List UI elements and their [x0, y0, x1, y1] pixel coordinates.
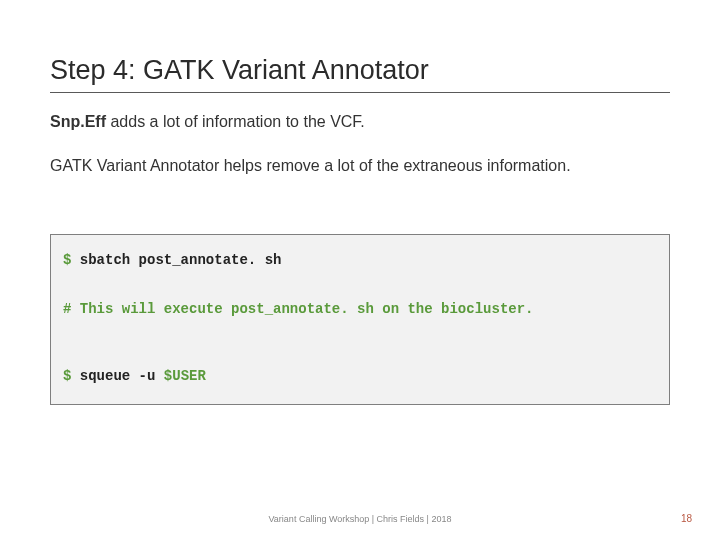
env-var-user: $USER — [164, 368, 206, 384]
paragraph-2: GATK Variant Annotator helps remove a lo… — [50, 155, 670, 177]
snpeff-label: Snp.Eff — [50, 113, 106, 130]
para1-rest: adds a lot of information to the VCF. — [106, 113, 365, 130]
paragraph-1: Snp.Eff adds a lot of information to the… — [50, 111, 670, 133]
page-number: 18 — [681, 513, 692, 524]
slide-title: Step 4: GATK Variant Annotator — [50, 55, 670, 93]
command-2a: squeue -u — [71, 368, 163, 384]
code-blank-line — [63, 343, 657, 361]
code-block: $ sbatch post_annotate. sh # This will e… — [50, 234, 670, 405]
code-line-2: # This will execute post_annotate. sh on… — [63, 300, 657, 319]
code-line-1: $ sbatch post_annotate. sh — [63, 251, 657, 270]
code-blank-line — [63, 276, 657, 294]
footer-text: Variant Calling Workshop | Chris Fields … — [0, 514, 720, 524]
code-line-3: $ squeue -u $USER — [63, 367, 657, 386]
slide: Step 4: GATK Variant Annotator Snp.Eff a… — [0, 0, 720, 540]
comment-text: This will execute post_annotate. sh on t… — [71, 301, 533, 317]
command-1: sbatch post_annotate. sh — [71, 252, 281, 268]
code-blank-line — [63, 325, 657, 343]
